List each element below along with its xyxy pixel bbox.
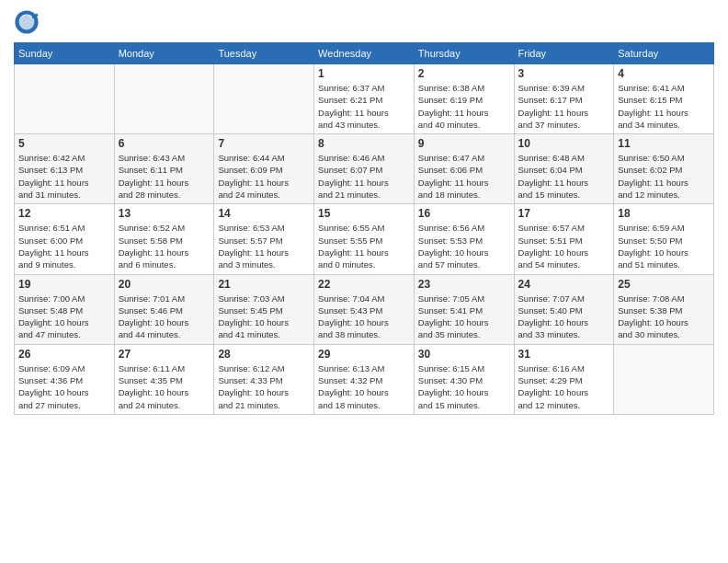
calendar-cell: 25Sunrise: 7:08 AMSunset: 5:38 PMDayligh… (614, 274, 714, 344)
weekday-header-saturday: Saturday (614, 43, 714, 64)
day-number: 15 (318, 207, 410, 220)
calendar-container: SundayMondayTuesdayWednesdayThursdayFrid… (0, 0, 728, 424)
calendar-cell: 24Sunrise: 7:07 AMSunset: 5:40 PMDayligh… (514, 274, 614, 344)
day-number: 27 (119, 348, 210, 361)
weekday-header-sunday: Sunday (15, 43, 115, 64)
day-number: 6 (119, 137, 210, 150)
day-number: 17 (518, 207, 610, 220)
calendar-cell: 18Sunrise: 6:59 AMSunset: 5:50 PMDayligh… (614, 204, 714, 274)
day-info: Sunrise: 6:09 AMSunset: 4:36 PMDaylight:… (18, 362, 110, 411)
day-info: Sunrise: 6:52 AMSunset: 5:58 PMDaylight:… (119, 222, 210, 270)
calendar-table: SundayMondayTuesdayWednesdayThursdayFrid… (14, 42, 714, 415)
calendar-cell: 5Sunrise: 6:42 AMSunset: 6:13 PMDaylight… (15, 134, 115, 204)
calendar-cell: 4Sunrise: 6:41 AMSunset: 6:15 PMDaylight… (614, 64, 714, 134)
calendar-week-2: 5Sunrise: 6:42 AMSunset: 6:13 PMDaylight… (15, 134, 714, 204)
calendar-week-3: 12Sunrise: 6:51 AMSunset: 6:00 PMDayligh… (15, 204, 714, 274)
weekday-header-friday: Friday (514, 43, 614, 64)
day-info: Sunrise: 7:07 AMSunset: 5:40 PMDaylight:… (518, 293, 610, 341)
day-info: Sunrise: 6:46 AMSunset: 6:07 PMDaylight:… (318, 152, 410, 201)
day-info: Sunrise: 6:44 AMSunset: 6:09 PMDaylight:… (218, 152, 310, 201)
day-number: 28 (218, 348, 310, 361)
calendar-cell: 9Sunrise: 6:47 AMSunset: 6:06 PMDaylight… (414, 134, 514, 204)
day-number: 13 (119, 207, 210, 220)
calendar-cell (214, 64, 314, 134)
calendar-cell: 11Sunrise: 6:50 AMSunset: 6:02 PMDayligh… (614, 134, 714, 204)
calendar-cell: 12Sunrise: 6:51 AMSunset: 6:00 PMDayligh… (15, 204, 115, 274)
day-number: 23 (418, 278, 510, 291)
day-info: Sunrise: 7:00 AMSunset: 5:48 PMDaylight:… (18, 293, 110, 341)
weekday-header-monday: Monday (114, 43, 214, 64)
calendar-cell: 31Sunrise: 6:16 AMSunset: 4:29 PMDayligh… (514, 344, 614, 414)
day-number: 9 (418, 137, 510, 150)
day-info: Sunrise: 7:04 AMSunset: 5:43 PMDaylight:… (318, 293, 410, 341)
day-number: 20 (119, 278, 210, 291)
day-info: Sunrise: 6:15 AMSunset: 4:30 PMDaylight:… (418, 362, 510, 411)
day-info: Sunrise: 6:53 AMSunset: 5:57 PMDaylight:… (218, 222, 310, 270)
calendar-cell: 19Sunrise: 7:00 AMSunset: 5:48 PMDayligh… (15, 274, 115, 344)
day-info: Sunrise: 7:01 AMSunset: 5:46 PMDaylight:… (119, 293, 210, 341)
day-number: 31 (518, 348, 610, 361)
day-number: 30 (418, 348, 510, 361)
day-info: Sunrise: 6:43 AMSunset: 6:11 PMDaylight:… (119, 152, 210, 201)
day-info: Sunrise: 6:50 AMSunset: 6:02 PMDaylight:… (618, 152, 710, 201)
calendar-cell: 21Sunrise: 7:03 AMSunset: 5:45 PMDayligh… (214, 274, 314, 344)
day-info: Sunrise: 6:56 AMSunset: 5:53 PMDaylight:… (418, 222, 510, 270)
day-info: Sunrise: 6:41 AMSunset: 6:15 PMDaylight:… (618, 82, 710, 131)
day-number: 26 (18, 348, 110, 361)
calendar-cell: 3Sunrise: 6:39 AMSunset: 6:17 PMDaylight… (514, 64, 614, 134)
day-info: Sunrise: 6:39 AMSunset: 6:17 PMDaylight:… (518, 82, 610, 131)
calendar-cell: 23Sunrise: 7:05 AMSunset: 5:41 PMDayligh… (414, 274, 514, 344)
calendar-cell: 1Sunrise: 6:37 AMSunset: 6:21 PMDaylight… (314, 64, 415, 134)
calendar-cell: 30Sunrise: 6:15 AMSunset: 4:30 PMDayligh… (414, 344, 514, 414)
calendar-cell: 13Sunrise: 6:52 AMSunset: 5:58 PMDayligh… (114, 204, 214, 274)
day-number: 25 (618, 278, 710, 291)
calendar-cell (614, 344, 714, 414)
calendar-cell: 22Sunrise: 7:04 AMSunset: 5:43 PMDayligh… (314, 274, 415, 344)
calendar-cell: 15Sunrise: 6:55 AMSunset: 5:55 PMDayligh… (314, 204, 415, 274)
weekday-header-thursday: Thursday (414, 43, 514, 64)
day-info: Sunrise: 6:37 AMSunset: 6:21 PMDaylight:… (318, 82, 410, 131)
day-number: 24 (518, 278, 610, 291)
day-info: Sunrise: 6:55 AMSunset: 5:55 PMDaylight:… (318, 222, 410, 270)
calendar-cell: 16Sunrise: 6:56 AMSunset: 5:53 PMDayligh… (414, 204, 514, 274)
day-info: Sunrise: 7:08 AMSunset: 5:38 PMDaylight:… (618, 293, 710, 341)
calendar-cell: 10Sunrise: 6:48 AMSunset: 6:04 PMDayligh… (514, 134, 614, 204)
day-number: 7 (218, 137, 310, 150)
weekday-header-wednesday: Wednesday (314, 43, 415, 64)
day-info: Sunrise: 6:38 AMSunset: 6:19 PMDaylight:… (418, 82, 510, 131)
day-number: 21 (218, 278, 310, 291)
logo (14, 9, 41, 35)
day-number: 29 (318, 348, 410, 361)
calendar-cell: 20Sunrise: 7:01 AMSunset: 5:46 PMDayligh… (114, 274, 214, 344)
calendar-cell: 2Sunrise: 6:38 AMSunset: 6:19 PMDaylight… (414, 64, 514, 134)
calendar-week-1: 1Sunrise: 6:37 AMSunset: 6:21 PMDaylight… (15, 64, 714, 134)
day-number: 11 (618, 137, 710, 150)
calendar-cell: 29Sunrise: 6:13 AMSunset: 4:32 PMDayligh… (314, 344, 415, 414)
header (14, 9, 714, 35)
calendar-cell: 8Sunrise: 6:46 AMSunset: 6:07 PMDaylight… (314, 134, 415, 204)
day-info: Sunrise: 6:51 AMSunset: 6:00 PMDaylight:… (18, 222, 110, 270)
day-number: 1 (318, 67, 410, 80)
day-number: 18 (618, 207, 710, 220)
weekday-header-row: SundayMondayTuesdayWednesdayThursdayFrid… (15, 43, 714, 64)
calendar-cell: 17Sunrise: 6:57 AMSunset: 5:51 PMDayligh… (514, 204, 614, 274)
day-info: Sunrise: 6:13 AMSunset: 4:32 PMDaylight:… (318, 362, 410, 411)
day-info: Sunrise: 6:42 AMSunset: 6:13 PMDaylight:… (18, 152, 110, 201)
day-info: Sunrise: 7:05 AMSunset: 5:41 PMDaylight:… (418, 293, 510, 341)
day-info: Sunrise: 6:57 AMSunset: 5:51 PMDaylight:… (518, 222, 610, 270)
calendar-cell (15, 64, 115, 134)
calendar-cell: 28Sunrise: 6:12 AMSunset: 4:33 PMDayligh… (214, 344, 314, 414)
day-number: 16 (418, 207, 510, 220)
calendar-cell: 14Sunrise: 6:53 AMSunset: 5:57 PMDayligh… (214, 204, 314, 274)
calendar-cell: 27Sunrise: 6:11 AMSunset: 4:35 PMDayligh… (114, 344, 214, 414)
day-info: Sunrise: 6:11 AMSunset: 4:35 PMDaylight:… (119, 362, 210, 411)
day-number: 22 (318, 278, 410, 291)
day-number: 10 (518, 137, 610, 150)
day-number: 19 (18, 278, 110, 291)
day-info: Sunrise: 6:16 AMSunset: 4:29 PMDaylight:… (518, 362, 610, 411)
day-info: Sunrise: 6:12 AMSunset: 4:33 PMDaylight:… (218, 362, 310, 411)
calendar-week-5: 26Sunrise: 6:09 AMSunset: 4:36 PMDayligh… (15, 344, 714, 414)
logo-icon (14, 9, 40, 35)
calendar-cell: 26Sunrise: 6:09 AMSunset: 4:36 PMDayligh… (15, 344, 115, 414)
day-info: Sunrise: 6:48 AMSunset: 6:04 PMDaylight:… (518, 152, 610, 201)
